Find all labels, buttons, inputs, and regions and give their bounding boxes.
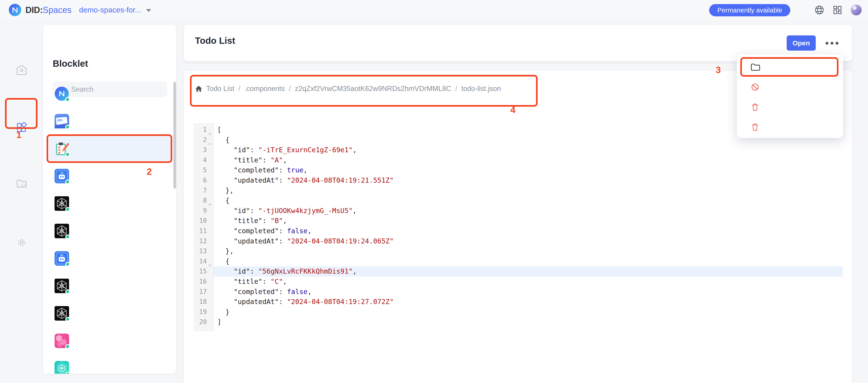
code-line[interactable]: "completed": true, bbox=[214, 165, 843, 175]
code-editor[interactable]: [ { "id": "-iTrE_ExurnCe1gZ-69e1", "titl… bbox=[214, 125, 843, 327]
blocklet-did-spaces-icon bbox=[55, 86, 69, 101]
menu-item-view-files[interactable] bbox=[737, 57, 843, 77]
blocklet-list-item[interactable] bbox=[43, 300, 176, 327]
code-line[interactable]: { bbox=[214, 196, 843, 206]
code-line[interactable]: "title": "A", bbox=[214, 155, 843, 165]
code-line[interactable]: } bbox=[214, 307, 843, 317]
status-dot bbox=[65, 262, 70, 267]
blocklet-cube-icon bbox=[55, 306, 69, 321]
status-dot bbox=[65, 344, 70, 349]
line-number: 19 bbox=[194, 307, 207, 317]
status-dot bbox=[65, 125, 70, 129]
breadcrumb: Todo List/.components/z2qZxf2VrwCM35aotK… bbox=[195, 84, 501, 93]
line-number: 3 bbox=[194, 145, 207, 155]
gutter-line: 12 bbox=[194, 236, 213, 246]
code-line[interactable]: "id": "-iTrE_ExurnCe1gZ-69e1", bbox=[214, 145, 843, 155]
code-line[interactable]: }, bbox=[214, 185, 843, 196]
code-line[interactable]: "completed": false, bbox=[214, 287, 843, 297]
sidebar-item-home[interactable] bbox=[0, 64, 43, 79]
blocklet-list-item[interactable] bbox=[43, 135, 176, 162]
user-avatar[interactable] bbox=[851, 4, 862, 15]
chevron-down-icon bbox=[146, 9, 151, 12]
gutter-line: 19 bbox=[194, 307, 213, 317]
line-number: 10 bbox=[194, 216, 207, 226]
code-line[interactable]: ] bbox=[214, 317, 843, 327]
line-number: 2 bbox=[194, 135, 207, 145]
line-number: 16 bbox=[194, 277, 207, 287]
blocklet-list-item[interactable] bbox=[43, 190, 176, 217]
context-menu bbox=[737, 55, 843, 138]
blocklet-list-item[interactable] bbox=[43, 355, 176, 374]
apps-grid-icon[interactable] bbox=[833, 5, 842, 15]
gutter-line: 6 bbox=[194, 175, 213, 185]
blocklet-list-item[interactable] bbox=[43, 163, 176, 190]
line-number: 20 bbox=[194, 317, 207, 327]
open-button[interactable]: Open bbox=[787, 35, 816, 50]
status-dot bbox=[65, 97, 70, 102]
line-number: 5 bbox=[194, 165, 207, 175]
sidebar-item-settings[interactable] bbox=[0, 237, 43, 252]
gutter-line: 9 bbox=[194, 206, 213, 216]
code-line[interactable]: "updatedAt": "2024-04-08T04:19:21.551Z" bbox=[214, 175, 843, 185]
breadcrumb-separator: / bbox=[289, 84, 291, 93]
menu-item-revoke-access[interactable] bbox=[737, 77, 843, 97]
list-scrollbar[interactable] bbox=[174, 82, 176, 188]
line-number: 13 bbox=[194, 246, 207, 256]
availability-status-badge[interactable]: Permanently available bbox=[709, 4, 790, 16]
space-selector-dropdown[interactable]: demo-spaces-for... bbox=[79, 0, 151, 20]
ban-icon bbox=[750, 82, 760, 92]
breadcrumb-segment[interactable]: z2qZxf2VrwCM35aotK62w9NRDs2hmVDrMML8C bbox=[295, 84, 451, 93]
more-actions-icon[interactable] bbox=[826, 38, 841, 48]
line-number: 1 bbox=[194, 125, 207, 135]
code-line[interactable]: "completed": false, bbox=[214, 226, 843, 236]
breadcrumb-segments: Todo List/.components/z2qZxf2VrwCM35aotK… bbox=[206, 84, 501, 93]
line-number: 8 bbox=[194, 196, 207, 206]
blocklet-list-item[interactable] bbox=[43, 80, 176, 107]
gutter-line: 5 bbox=[194, 165, 213, 175]
blocklet-cube-icon bbox=[55, 279, 69, 293]
blocklet-list-item[interactable] bbox=[43, 245, 176, 272]
gutter-line: 4 bbox=[194, 155, 213, 165]
gutter-line: 3 bbox=[194, 145, 213, 155]
blocklet-list-item[interactable] bbox=[43, 217, 176, 245]
gutter-line: 15 bbox=[194, 266, 213, 277]
sidebar-item-connected[interactable] bbox=[0, 121, 43, 137]
home-icon[interactable] bbox=[195, 85, 203, 93]
code-line[interactable]: "id": "-tjUOOKw4kzjymG_-MsU5", bbox=[214, 206, 843, 216]
code-line[interactable]: "title": "B", bbox=[214, 216, 843, 226]
blocklet-list-item[interactable] bbox=[43, 327, 176, 354]
code-line[interactable]: "title": "C", bbox=[214, 277, 843, 287]
blocklet-list-item[interactable] bbox=[43, 272, 176, 300]
line-number: 6 bbox=[194, 175, 207, 185]
blocklet-ai-icon bbox=[55, 251, 69, 266]
gutter-line: 1 bbox=[194, 125, 213, 135]
status-dot bbox=[65, 179, 70, 184]
code-line[interactable]: "updatedAt": "2024-04-08T04:19:24.065Z" bbox=[214, 236, 843, 246]
gutter-line: 13 bbox=[194, 246, 213, 256]
blocklet-cube-icon bbox=[55, 196, 69, 211]
status-dot bbox=[65, 207, 70, 212]
line-number: 15 bbox=[194, 266, 207, 277]
sidebar-item-storage[interactable] bbox=[0, 178, 43, 193]
menu-item-delete-app-data[interactable] bbox=[737, 117, 843, 137]
did-spaces-logo-icon[interactable] bbox=[8, 3, 22, 16]
status-dot bbox=[65, 317, 70, 321]
code-gutter: 1 2 3 4 5 6 7 8 9 10 11 12 bbox=[194, 123, 214, 331]
blocklet-pink-icon bbox=[55, 334, 69, 348]
globe-icon[interactable] bbox=[814, 5, 825, 15]
code-line[interactable]: }, bbox=[214, 246, 843, 256]
line-number: 14 bbox=[194, 256, 207, 267]
blocklet-list-item[interactable]: DID: bbox=[43, 108, 176, 135]
menu-item-delete-backup-only[interactable] bbox=[737, 97, 843, 117]
blocklet-todo-icon bbox=[55, 141, 69, 156]
code-line[interactable]: "updatedAt": "2024-04-08T04:19:27.072Z" bbox=[214, 297, 843, 307]
gutter-line: 8 bbox=[194, 196, 213, 206]
status-dot bbox=[65, 234, 70, 239]
breadcrumb-segment[interactable]: Todo List bbox=[206, 84, 234, 93]
code-line[interactable]: { bbox=[214, 256, 843, 267]
line-number: 9 bbox=[194, 206, 207, 216]
line-number: 12 bbox=[194, 236, 207, 246]
code-line[interactable]: "id": "56gNxLvRcFKKkQhmDis91", bbox=[214, 266, 843, 277]
blocklet-panel: Blocklet DID: bbox=[43, 25, 176, 374]
breadcrumb-segment[interactable]: .components bbox=[245, 84, 285, 93]
